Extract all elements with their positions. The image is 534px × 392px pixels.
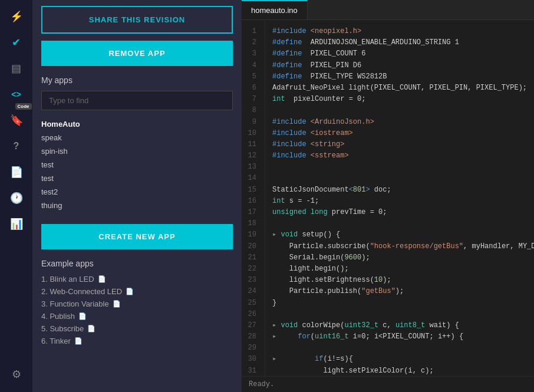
app-item-speak[interactable]: speak (41, 131, 233, 144)
my-apps-title: My apps (41, 75, 233, 85)
code-panel: homeauto.ino 12345 678910 1112131415 161… (242, 0, 534, 392)
left-panel: SHARE THIS REVISION REMOVE APP My apps H… (32, 0, 242, 392)
share-revision-button[interactable]: SHARE THIS REVISION (41, 6, 233, 34)
icon-sidebar: ⚡ ✔ ▤ <> Code 🔖 ? 📄 🕐 📊 ⚙ (0, 0, 32, 392)
example-apps-title: Example apps (41, 259, 233, 268)
doc-icon-blink: 📄 (98, 275, 106, 283)
example-publish[interactable]: 4. Publish 📄 (41, 310, 233, 322)
line-numbers: 12345 678910 1112131415 1617181920 21222… (242, 20, 265, 376)
doc-icon-subscribe: 📄 (87, 325, 95, 332)
code-editor[interactable]: #include <neopixel.h> #define ARDUINOJSO… (265, 20, 534, 376)
check-icon[interactable]: ✔ (5, 31, 28, 54)
app-list: HomeAuto speak spin-ish test test test2 … (41, 117, 233, 212)
gear-icon[interactable]: ⚙ (5, 363, 28, 386)
app-item-test2[interactable]: test (41, 172, 233, 185)
help-icon[interactable]: ? (5, 134, 28, 158)
remove-app-button[interactable]: REMOVE APP (41, 41, 233, 66)
doc-icon[interactable]: 📄 (5, 160, 28, 184)
app-item-test3[interactable]: test2 (41, 185, 233, 199)
code-icon[interactable]: <> Code (5, 83, 28, 106)
example-tinker[interactable]: 6. Tinker 📄 (41, 335, 233, 347)
code-tab-homeauto[interactable]: homeauto.ino (242, 0, 308, 19)
doc-icon-func: 📄 (113, 300, 121, 308)
folder-icon[interactable]: ▤ (5, 57, 28, 80)
search-input[interactable] (41, 91, 233, 110)
doc-icon-tinker: 📄 (74, 337, 83, 345)
example-list: 1. Blink an LED 📄 2. Web-Connected LED 📄… (41, 273, 233, 347)
app-item-homeauto[interactable]: HomeAuto (41, 117, 233, 131)
app-item-spinish[interactable]: spin-ish (41, 144, 233, 158)
app-item-thuing[interactable]: thuing (41, 199, 233, 212)
doc-icon-web: 📄 (126, 288, 134, 295)
clock-icon[interactable]: 🕐 (5, 186, 28, 210)
app-item-test1[interactable]: test (41, 158, 233, 172)
flash-icon[interactable]: ⚡ (5, 5, 28, 28)
chart-icon[interactable]: 📊 (5, 212, 28, 236)
example-subscribe[interactable]: 5. Subscribe 📄 (41, 322, 233, 335)
example-web-led[interactable]: 2. Web-Connected LED 📄 (41, 285, 233, 298)
code-tab-bar: homeauto.ino (242, 0, 534, 20)
example-function-variable[interactable]: 3. Function Variable 📄 (41, 298, 233, 310)
ready-status: Ready. (242, 376, 534, 392)
create-new-app-button[interactable]: CREATE NEW APP (41, 224, 233, 249)
example-blink-led[interactable]: 1. Blink an LED 📄 (41, 273, 233, 285)
doc-icon-publish: 📄 (78, 312, 87, 320)
bookmark-icon[interactable]: 🔖 (5, 108, 28, 132)
code-body: 12345 678910 1112131415 1617181920 21222… (242, 20, 534, 376)
